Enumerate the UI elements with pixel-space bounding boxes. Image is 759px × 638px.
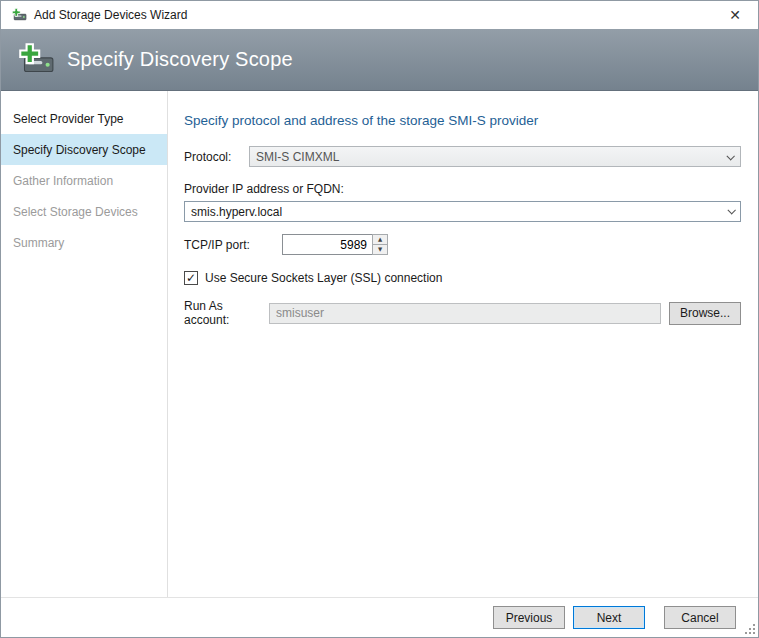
step-select-storage-devices: Select Storage Devices <box>1 196 167 227</box>
protocol-label: Protocol: <box>184 150 249 164</box>
arrow-up-icon: ▲ <box>378 236 382 242</box>
previous-button[interactable]: Previous <box>493 606 565 629</box>
arrow-down-icon: ▼ <box>378 246 382 252</box>
port-spinner: ▲ ▼ <box>372 234 388 255</box>
resize-grip-icon[interactable] <box>744 623 756 635</box>
close-button[interactable]: ✕ <box>720 3 750 27</box>
discovery-scope-form: Specify protocol and address of the stor… <box>168 91 759 597</box>
fqdn-combo <box>184 201 741 222</box>
page-title: Specify Discovery Scope <box>67 48 293 71</box>
step-specify-discovery-scope[interactable]: Specify Discovery Scope <box>1 134 167 165</box>
step-select-provider-type[interactable]: Select Provider Type <box>1 103 167 134</box>
form-heading: Specify protocol and address of the stor… <box>184 113 741 128</box>
add-storage-device-icon <box>15 42 55 78</box>
step-summary: Summary <box>1 227 167 258</box>
spin-down-button[interactable]: ▼ <box>372 245 388 256</box>
port-input[interactable] <box>282 234 372 255</box>
window-title: Add Storage Devices Wizard <box>34 8 187 22</box>
wizard-window: Add Storage Devices Wizard ✕ Specify Dis… <box>0 0 759 638</box>
add-storage-devices-icon <box>10 7 27 23</box>
wizard-steps: Select Provider Type Specify Discovery S… <box>1 91 168 597</box>
fqdn-input[interactable] <box>184 201 741 222</box>
chevron-down-icon <box>726 152 734 160</box>
close-icon: ✕ <box>729 7 741 23</box>
wizard-footer: Previous Next Cancel <box>1 597 758 637</box>
runas-label: Run As account: <box>184 299 269 327</box>
ssl-label: Use Secure Sockets Layer (SSL) connectio… <box>205 271 442 285</box>
spin-up-button[interactable]: ▲ <box>372 234 388 245</box>
wizard-content: Select Provider Type Specify Discovery S… <box>1 91 758 597</box>
titlebar: Add Storage Devices Wizard ✕ <box>1 1 758 29</box>
wizard-banner: Specify Discovery Scope <box>1 29 758 91</box>
port-label: TCP/IP port: <box>184 238 282 252</box>
step-gather-information: Gather Information <box>1 165 167 196</box>
runas-field <box>269 303 661 324</box>
next-button[interactable]: Next <box>573 606 645 629</box>
fqdn-label: Provider IP address or FQDN: <box>184 182 741 196</box>
protocol-value: SMI-S CIMXML <box>256 150 339 164</box>
protocol-dropdown[interactable]: SMI-S CIMXML <box>249 146 741 167</box>
cancel-button[interactable]: Cancel <box>664 606 736 629</box>
browse-button[interactable]: Browse... <box>669 302 741 325</box>
port-stepper: ▲ ▼ <box>282 234 388 255</box>
ssl-checkbox[interactable] <box>184 271 198 285</box>
